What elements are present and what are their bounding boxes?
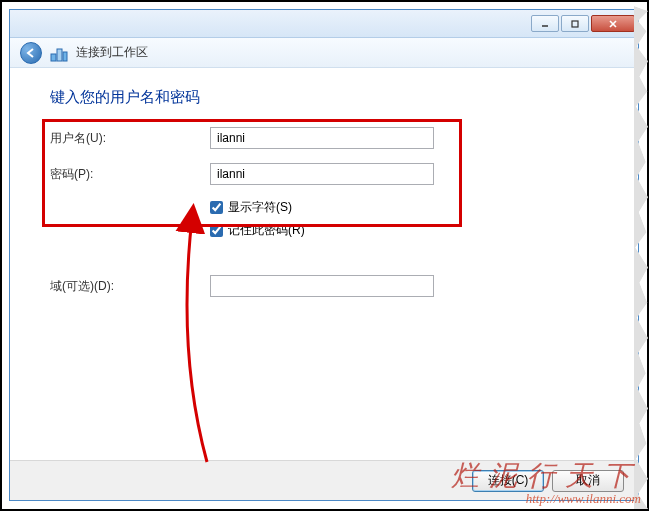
- show-chars-row: 显示字符(S): [210, 199, 598, 216]
- minimize-button[interactable]: [531, 15, 559, 32]
- close-button[interactable]: [591, 15, 635, 32]
- username-input[interactable]: [210, 127, 434, 149]
- username-row: 用户名(U):: [50, 127, 598, 149]
- password-label: 密码(P):: [50, 166, 210, 183]
- back-button[interactable]: [20, 42, 42, 64]
- page-heading: 键入您的用户名和密码: [50, 88, 598, 107]
- connect-button[interactable]: 连接(C): [472, 470, 544, 492]
- show-chars-label: 显示字符(S): [228, 199, 292, 216]
- maximize-icon: [570, 19, 580, 29]
- back-arrow-icon: [25, 47, 37, 59]
- svg-rect-6: [63, 52, 67, 61]
- password-input[interactable]: [210, 163, 434, 185]
- titlebar: [10, 10, 638, 38]
- button-bar: 连接(C) 取消: [10, 460, 638, 500]
- password-row: 密码(P):: [50, 163, 598, 185]
- navbar: 连接到工作区: [10, 38, 638, 68]
- svg-rect-1: [572, 21, 578, 27]
- content-area: 键入您的用户名和密码 用户名(U): 密码(P): 显示字符(S) 记住此密码(…: [10, 70, 638, 458]
- minimize-icon: [540, 19, 550, 29]
- username-label: 用户名(U):: [50, 130, 210, 147]
- domain-label: 域(可选)(D):: [50, 278, 210, 295]
- maximize-button[interactable]: [561, 15, 589, 32]
- nav-title: 连接到工作区: [76, 44, 148, 61]
- show-chars-checkbox[interactable]: [210, 201, 223, 214]
- svg-rect-4: [51, 54, 56, 61]
- workplace-icon: [50, 44, 68, 62]
- domain-input[interactable]: [210, 275, 434, 297]
- domain-row: 域(可选)(D):: [50, 275, 598, 297]
- remember-label: 记住此密码(R): [228, 222, 305, 239]
- remember-checkbox[interactable]: [210, 224, 223, 237]
- svg-rect-5: [57, 49, 62, 61]
- close-icon: [607, 19, 619, 29]
- wizard-window: 连接到工作区 键入您的用户名和密码 用户名(U): 密码(P): 显示字符(S)…: [9, 9, 639, 501]
- cancel-button[interactable]: 取消: [552, 470, 624, 492]
- remember-row: 记住此密码(R): [210, 222, 598, 239]
